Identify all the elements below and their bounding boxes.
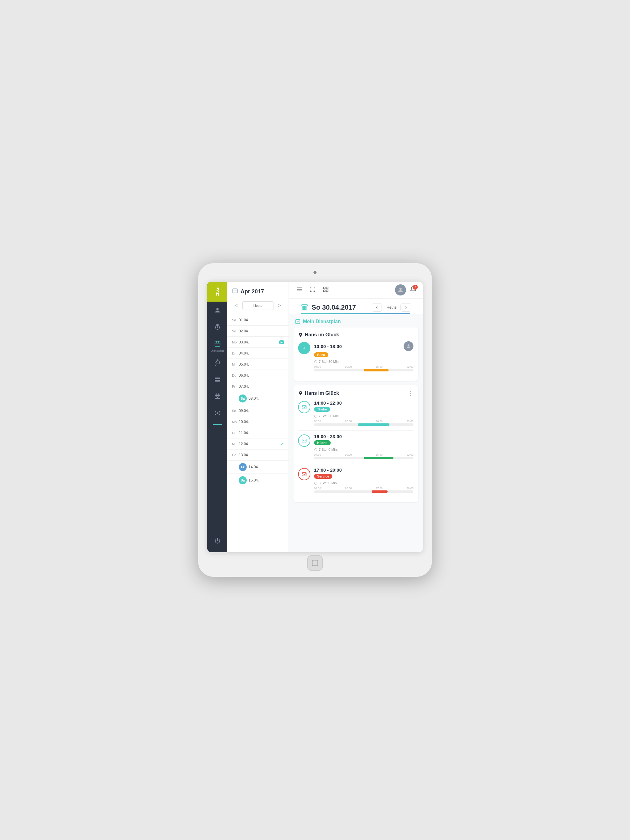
- calendar-days: Sa 01.04. So 02.04. Mo 03.04. ▶ Di 04.04…: [227, 314, 288, 487]
- clock-icon: [314, 448, 317, 452]
- section-header-icon: [295, 319, 301, 324]
- bar-label: 22:00: [406, 365, 413, 368]
- sidebar-item-calendar-x[interactable]: [207, 388, 227, 405]
- shift-timeline-icon: [298, 468, 310, 480]
- shift-details: 17:00 - 20:00 Service 3 Std. 0 Min. 04:0…: [314, 467, 413, 493]
- check-badge: ✓: [280, 442, 284, 447]
- time-bar-track: [314, 457, 413, 459]
- location-pin-icon: [298, 332, 303, 337]
- calendar-day-row[interactable]: Fr 14.04.: [227, 461, 288, 474]
- calendar-day-row[interactable]: Fr 07.04.: [227, 381, 288, 392]
- notification-badge: 2: [413, 285, 418, 290]
- clock-icon: [314, 414, 317, 418]
- shift-time-row: 16:00 - 23:00: [314, 434, 413, 439]
- main-content: 2 So 30.04.2017 < Heute >: [289, 282, 423, 552]
- shift-time: 16:00 - 23:00: [314, 434, 342, 439]
- time-bar: 04:0010:0017:0020:00: [314, 487, 413, 493]
- clock-icon: [314, 360, 317, 363]
- sidebar-item-timer[interactable]: [207, 319, 227, 335]
- bar-label: 20:00: [406, 487, 413, 490]
- time-bar-labels: 04:0010:0017:0020:00: [314, 487, 413, 490]
- shift-tag: Service: [314, 474, 332, 479]
- calendar-day-row[interactable]: Mi 12.04. ✓: [227, 439, 288, 450]
- svg-rect-5: [215, 379, 220, 380]
- calendar-day-row[interactable]: So 09.04.: [227, 405, 288, 416]
- header-left: [295, 285, 330, 295]
- calendar-day-row[interactable]: Mi 05.04.: [227, 359, 288, 370]
- bar-label: 10:00: [345, 453, 352, 456]
- bar-label: 16:00: [375, 420, 383, 423]
- svg-rect-6: [215, 381, 220, 382]
- shift-timeline-icon: [298, 434, 310, 447]
- section-header: Mein Dienstplan: [289, 314, 423, 327]
- shift-time: 14:00 - 22:00: [314, 400, 342, 406]
- day-label: Sa: [232, 318, 239, 322]
- bar-label: 10:00: [345, 420, 352, 423]
- hamburger-button[interactable]: [295, 285, 304, 295]
- svg-point-0: [217, 287, 218, 289]
- day-label: Mo: [232, 420, 239, 424]
- calendar-day-row[interactable]: Do 06.04.: [227, 370, 288, 381]
- more-options-btn[interactable]: ⋮: [408, 390, 413, 396]
- location-pin-icon: [298, 391, 303, 396]
- date-bar-title: So 30.04.2017: [312, 303, 369, 311]
- calendar-day-row[interactable]: Sa 08.04.: [227, 392, 288, 405]
- sidebar-logo[interactable]: [207, 282, 227, 302]
- calendar-day-row[interactable]: Sa 15.04.: [227, 474, 288, 487]
- svg-rect-27: [302, 472, 306, 476]
- date-next-btn[interactable]: >: [402, 303, 410, 312]
- sidebar-item-profile[interactable]: [207, 302, 227, 319]
- svg-point-8: [217, 412, 218, 414]
- sidebar-item-stars[interactable]: [207, 405, 227, 422]
- shift-tag: Theke: [314, 407, 330, 412]
- shift-time-row: 14:00 - 22:00: [314, 400, 413, 406]
- shift-details: 14:00 - 22:00 Theke 7 Std. 30 Min. 06:00…: [314, 400, 413, 426]
- time-bar: 04:0010:0016:0022:00: [314, 365, 413, 371]
- calendar-today-btn[interactable]: Heute: [242, 301, 274, 310]
- calendar-x-icon: [214, 393, 221, 400]
- svg-rect-23: [302, 406, 306, 409]
- sidebar-item-storage[interactable]: [207, 371, 227, 388]
- day-date: 02.04.: [239, 329, 284, 333]
- bar-label: 06:00: [314, 420, 321, 423]
- time-bar-labels: 06:0010:0016:0022:00: [314, 420, 413, 423]
- day-date: 07.04.: [239, 384, 284, 388]
- sidebar-item-power[interactable]: [207, 532, 227, 549]
- calendar-day-row[interactable]: Mo 03.04. ▶: [227, 337, 288, 348]
- calendar-day-row[interactable]: Di 04.04.: [227, 348, 288, 359]
- notification-button[interactable]: 2: [410, 286, 416, 294]
- bar-label: 10:00: [345, 487, 352, 490]
- calendar-next-btn[interactable]: >: [275, 301, 284, 310]
- day-date: 03.04.: [239, 340, 279, 344]
- date-heute-btn[interactable]: Heute: [383, 304, 400, 311]
- location-row: Hans im Glück: [298, 332, 413, 338]
- day-label: So: [232, 329, 239, 333]
- time-bar: 04:0010:0016:0022:00: [314, 453, 413, 459]
- svg-point-9: [215, 411, 216, 412]
- shift-timeline-icon: [298, 342, 310, 354]
- time-bar-track: [314, 490, 413, 493]
- time-bar-track: [314, 369, 413, 371]
- calendar-day-row[interactable]: Mo 10.04.: [227, 416, 288, 427]
- calendar-day-row[interactable]: So 02.04.: [227, 325, 288, 337]
- calendar-day-row[interactable]: Sa 01.04.: [227, 314, 288, 325]
- camera-dot: [313, 271, 317, 274]
- day-label: So: [232, 409, 239, 413]
- calendar-prev-btn[interactable]: <: [232, 301, 241, 310]
- svg-point-18: [399, 288, 401, 290]
- calendar-day-row[interactable]: Do 13.04.: [227, 450, 288, 461]
- shift-entry: 10:00 - 18:00 Büro 7 Std. 30 Min.: [298, 341, 413, 371]
- tablet-home-button[interactable]: [307, 555, 323, 571]
- svg-rect-13: [233, 289, 237, 293]
- expand-button[interactable]: [308, 285, 317, 295]
- location-row: Hans im Glück ⋮: [298, 390, 413, 396]
- day-label: Di: [232, 431, 239, 435]
- grid-button[interactable]: [321, 285, 330, 295]
- date-prev-btn[interactable]: <: [373, 303, 381, 312]
- bar-label: 22:00: [406, 453, 413, 456]
- calendar-day-row[interactable]: Di 11.04.: [227, 427, 288, 439]
- day-label: Di: [232, 351, 239, 355]
- sidebar-item-thumbsup[interactable]: [207, 354, 227, 371]
- day-date: 06.04.: [239, 373, 284, 377]
- user-avatar[interactable]: [395, 284, 406, 295]
